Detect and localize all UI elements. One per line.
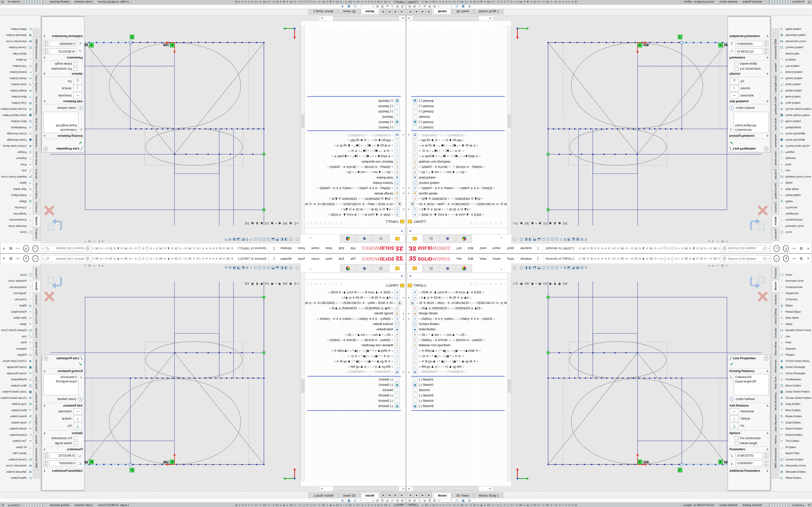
- horizontal-scrollbar[interactable]: ◀ ▶: [406, 16, 493, 21]
- sketch-tool[interactable]: ≈ Spline: [779, 180, 812, 186]
- help-icon[interactable]: ?: [23, 245, 29, 252]
- account-icon[interactable]: ☺: [773, 245, 779, 252]
- tree-item[interactable]: Σ ○ 25ИN◎ ◦ ✛ AΠ≡ЗЄ ○ ◦ ○ ЗЄ≡ΠA ✛ ◦ ◎NИ2…: [305, 337, 406, 343]
- sketch-tool[interactable]: ∷ Segment: [0, 345, 33, 352]
- sketch-tool[interactable]: ▦ Linear Sketch Pattern: [0, 389, 33, 395]
- sketch-tool[interactable]: ▭ Corner Rectangle: [0, 370, 33, 376]
- sketch-tool[interactable]: ✂ Trim Entities: [779, 63, 812, 69]
- tree-item-sketch[interactable]: ⌞ (-) Sketch5: [305, 393, 406, 398]
- rollback-bar-end[interactable]: [307, 96, 401, 97]
- expand-arrow-icon[interactable]: ▸: [401, 371, 404, 373]
- command-tab[interactable]: Sketch: [33, 215, 40, 227]
- search-box[interactable]: ▾: [41, 255, 91, 262]
- expand-icon[interactable]: ∨: [44, 35, 46, 38]
- menu-item[interactable]: Insert: [311, 247, 319, 250]
- collapse-icon[interactable]: ∧: [766, 100, 768, 103]
- collapse-icon[interactable]: ∧: [766, 448, 768, 451]
- command-tab[interactable]: MBD Dimensions: [33, 446, 40, 469]
- sketch-tool[interactable]: ◜ 3 Point Arc: [779, 296, 812, 302]
- sketch-tool[interactable]: ▭ Corner Rectangle: [0, 131, 33, 137]
- tab-nav-icon[interactable]: ◀: [413, 9, 419, 15]
- sketch-tool[interactable]: ◰ Convert Entities: [779, 456, 812, 463]
- tree-item-sketch[interactable]: ▦ (-) Sketch6: [406, 98, 507, 104]
- tree-scrollbar[interactable]: [301, 273, 305, 481]
- pin-icon[interactable]: ↧: [537, 257, 540, 261]
- sketch-tool[interactable]: ≈ Spline: [0, 321, 33, 327]
- close-button[interactable]: ×: [805, 257, 812, 261]
- tree-item[interactable]: ▸ A ○ 25ИN◎ ◦ ✛ A ✛ ◎ИNA ○ ◦ ○ ANИ◎ ✛ A …: [305, 316, 406, 321]
- scroll-left-icon[interactable]: ◀: [406, 16, 411, 21]
- doc-close-icon[interactable]: ×: [84, 264, 86, 267]
- doc-next-icon[interactable]: ▸: [98, 240, 100, 243]
- sketch-tool[interactable]: ◌ Perimeter Circle: [0, 278, 33, 284]
- sketch-tool[interactable]: ✂ Trim Entities: [0, 438, 33, 444]
- tree-root[interactable]: TЯPDL2.: [408, 220, 427, 223]
- command-tab[interactable]: Weldments: [772, 133, 779, 149]
- sketch-tool[interactable]: ≈ Spline: [779, 321, 812, 327]
- command-tab[interactable]: Surfaces: [33, 201, 40, 214]
- sketch-tool[interactable]: ◹ Scale Entities: [779, 419, 812, 426]
- tree-item-sketch[interactable]: ⌞ (-) Sketch1: [406, 377, 507, 382]
- search-dropdown-icon[interactable]: ▾: [42, 258, 45, 260]
- scroll-left-icon[interactable]: ◀: [401, 16, 406, 21]
- tree-item[interactable]: ◷ ○ 25♟ ◎ 25ИNЗЄ25 ○ ◦ ○ 25ЗЄNИ25 ◎ ♟25 …: [305, 305, 406, 311]
- sketch-tool[interactable]: ∿ Style Spline: [779, 186, 812, 192]
- view-toolbar-icons[interactable]: ▢ · ◫ ◨ ◧ ⬒ ⬓ ◱ ◰ ◳ ◲ ⇩ ⧉ ◩ ◪ ▦ ⊞ ↻: [224, 265, 299, 270]
- doc-next-icon[interactable]: ▸: [712, 264, 714, 267]
- parameter-value[interactable]: 0.00000000°: [49, 460, 77, 466]
- tree-item-sketch[interactable]: ▦ (-) Sketch2: [305, 119, 406, 125]
- command-tab[interactable]: Features: [33, 227, 40, 241]
- sketch-tool[interactable]: ↦ Stretch Entities: [779, 75, 812, 81]
- checkbox[interactable]: [735, 62, 738, 66]
- sketch-tool[interactable]: ◯ Circle: [0, 229, 33, 236]
- sketch-tool[interactable]: ▱ Parallelogram: [0, 376, 33, 383]
- tab-propertymanager[interactable]: ▤: [423, 264, 439, 272]
- tab-dimxpertmanager[interactable]: [340, 235, 356, 243]
- tree-item[interactable]: ▸ A ○ 25ИN◎ ◦ ✛ A ✛ ◎ИNA ○ ◦ ○ ANИ◎ ✛ A …: [305, 186, 406, 191]
- tools-toolbar-icons[interactable]: ◔ ◷ ▦ ⊕: [340, 499, 362, 502]
- command-tab[interactable]: Data Migration: [33, 74, 40, 95]
- sketch-tool[interactable]: ∷ Segment: [779, 156, 812, 162]
- view-toolbar[interactable]: ▢ · ◫ ◨ ◧ ⬒ ⬓ ◱ ◰ ◳ ◲ ⇩ ⧉ ◩ ◪ ▦ ⊞ ↻: [224, 237, 299, 242]
- tree-filter-input[interactable]: ▼: [302, 228, 405, 234]
- minimize-button[interactable]: —: [14, 246, 21, 250]
- account-icon[interactable]: ☺: [33, 245, 39, 252]
- relation-button[interactable]: ⚓: [730, 78, 739, 84]
- sketch-tool[interactable]: ⋈ Intersection Curve: [0, 38, 33, 45]
- command-tab[interactable]: MBD Dimensions: [772, 446, 779, 469]
- sketch-tool[interactable]: ◜ 3 Point Arc: [0, 205, 33, 211]
- relations-listbox[interactable]: Collinear108Equal length109: [734, 374, 768, 395]
- sketch-tool[interactable]: ◡ Fit Spline: [779, 444, 812, 450]
- scroll-thumb[interactable]: [413, 487, 479, 491]
- relation-entry[interactable]: Collinear108: [45, 375, 77, 379]
- sketch-tool[interactable]: ∿ Style Spline: [779, 315, 812, 321]
- spinner-control[interactable]: ▲▼: [764, 452, 768, 459]
- tree-item[interactable]: ▱ ○ ✛ ИN◎♟ + ○ * ◉[ ○ ◦ ○ ]◉ * ○ +♟◎NИ ✛…: [406, 154, 507, 159]
- sketch-tool[interactable]: ◎ Ellipse: [779, 302, 812, 309]
- doc-minimize-icon[interactable]: —: [93, 240, 96, 243]
- command-tab[interactable]: Mold Tools: [772, 117, 779, 132]
- command-tab[interactable]: Sketch: [33, 280, 40, 292]
- menu-item[interactable]: Window: [520, 257, 531, 261]
- tree-item[interactable]: ∟ ○ ИN◦ϱɔ◦♟ ◎ ○ ◦ ○ ◎ ♟◦ɔϱ◦NИ ○: [305, 364, 406, 369]
- search-input[interactable]: [727, 257, 762, 261]
- tree-item[interactable]: ▸ ▤ Design Binder: [406, 311, 507, 316]
- relation-button[interactable]: —: [730, 93, 739, 99]
- tree-item[interactable]: ◆ Solid Bodies: [305, 327, 406, 332]
- command-tab[interactable]: :: [772, 470, 779, 474]
- sketch-tool[interactable]: ⊢ Extend Entities: [0, 432, 33, 438]
- tab-nav-icon[interactable]: ▶: [387, 492, 392, 498]
- tree-item[interactable]: ✎ ○ 25◦∩ * ♟ Am ○ ◦ ○ mA ♟ * ∩◦25 ○: [406, 332, 507, 337]
- sketch-tool[interactable]: ⊛ Circular Sketch Pattern: [779, 106, 812, 113]
- restore-button[interactable]: ⧉: [7, 246, 14, 250]
- search-icon[interactable]: [45, 257, 49, 261]
- command-tab[interactable]: Sheet Metal: [772, 150, 779, 167]
- command-tab[interactable]: Markup: [33, 434, 40, 445]
- sketch-tool[interactable]: ◞ Sketch Fillet: [0, 450, 33, 457]
- menu-item[interactable]: Edit: [339, 257, 344, 261]
- checkbox[interactable]: [735, 441, 738, 445]
- doc-minimize-icon[interactable]: —: [93, 264, 96, 267]
- tree-item-sketch[interactable]: ▦ (-) Sketch2: [406, 382, 507, 388]
- tab-featuremanager[interactable]: [389, 264, 405, 272]
- tab-featuremanager[interactable]: [389, 235, 405, 243]
